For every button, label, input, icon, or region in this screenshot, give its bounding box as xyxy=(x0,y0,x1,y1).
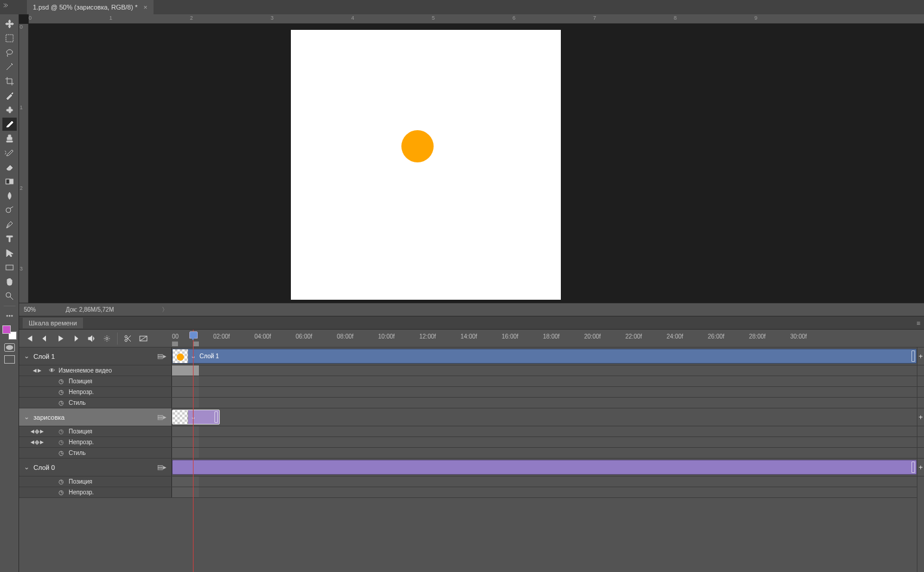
add-track-button[interactable]: + xyxy=(917,347,924,365)
property-header[interactable]: ◷Позиция xyxy=(19,376,172,386)
next-kf-icon[interactable]: ▶ xyxy=(40,439,44,445)
add-kf-icon[interactable] xyxy=(35,429,39,433)
path-select-tool-icon[interactable] xyxy=(2,247,17,260)
edit-toolbar-icon[interactable] xyxy=(2,309,17,322)
prev-kf-icon[interactable]: ◀ xyxy=(30,439,34,445)
next-frame-button[interactable] xyxy=(68,332,84,345)
dodge-tool-icon[interactable] xyxy=(2,204,17,217)
stopwatch-icon[interactable]: ◷ xyxy=(59,450,64,456)
add-track-button[interactable]: + xyxy=(917,459,924,476)
property-track[interactable] xyxy=(172,426,917,436)
property-track[interactable] xyxy=(172,437,917,447)
panel-expand-chevron[interactable] xyxy=(2,2,8,8)
magic-wand-tool-icon[interactable] xyxy=(2,60,17,73)
crop-tool-icon[interactable] xyxy=(2,75,17,88)
lasso-tool-icon[interactable] xyxy=(2,46,17,59)
clip-end-handle[interactable] xyxy=(911,350,915,362)
stopwatch-icon[interactable]: ◷ xyxy=(59,489,64,496)
video-clip[interactable]: ⌄ Слой 1 xyxy=(172,349,917,364)
keyframe-nav[interactable]: ◀▶ xyxy=(25,368,49,373)
stamp-tool-icon[interactable] xyxy=(2,132,17,145)
status-arrow-icon[interactable]: 〉 xyxy=(162,306,168,314)
stopwatch-icon[interactable]: ◷ xyxy=(59,378,64,385)
property-header[interactable]: ◀▶ ◷Позиция xyxy=(19,426,172,436)
property-track[interactable] xyxy=(172,387,917,397)
video-clip[interactable] xyxy=(172,460,917,475)
type-tool-icon[interactable] xyxy=(2,232,17,245)
chevron-down-icon[interactable]: ⌄ xyxy=(24,463,31,471)
split-clip-button[interactable] xyxy=(120,332,136,345)
playhead[interactable] xyxy=(193,330,194,572)
layer-header[interactable]: ⌄ Слой 0 ▤▸ xyxy=(19,459,172,476)
property-header[interactable]: ◷Непрозр. xyxy=(19,387,172,397)
property-track[interactable] xyxy=(172,365,917,376)
eyedropper-tool-icon[interactable] xyxy=(2,89,17,102)
transition-button[interactable] xyxy=(136,332,151,345)
horizontal-ruler[interactable]: 0 1 2 3 4 5 6 7 8 9 xyxy=(29,14,924,24)
keyframe-nav[interactable]: ◀▶ xyxy=(25,429,49,434)
property-track[interactable] xyxy=(172,476,917,487)
timeline-menu-icon[interactable]: ≡ xyxy=(917,319,920,327)
visibility-icon[interactable]: 👁 xyxy=(49,367,55,374)
property-header[interactable]: ◷Непрозр. xyxy=(19,487,172,497)
timeline-layer-row[interactable]: ⌄ Слой 1 ▤▸ ⌄ Слой 1 xyxy=(19,347,924,365)
rectangle-tool-icon[interactable] xyxy=(2,261,17,274)
stopwatch-icon[interactable]: ◷ xyxy=(59,389,64,395)
document-size-info[interactable]: Док: 2,86M/5,72M xyxy=(66,306,114,313)
property-header[interactable]: ◷Позиция xyxy=(19,476,172,487)
prev-kf-icon[interactable]: ◀ xyxy=(30,429,34,434)
hand-tool-icon[interactable] xyxy=(2,275,17,288)
layer-header[interactable]: ⌄ зарисовка ▤▸ xyxy=(19,408,172,426)
clip-end-handle[interactable] xyxy=(911,462,915,473)
history-brush-tool-icon[interactable] xyxy=(2,146,17,159)
timeline-layer-row[interactable]: ⌄ Слой 0 ▤▸ xyxy=(19,459,924,476)
stopwatch-icon[interactable]: ◷ xyxy=(59,428,64,435)
property-header[interactable]: ◷Стиль xyxy=(19,398,172,408)
property-header[interactable]: ◀▶ ◷Непрозр. xyxy=(19,437,172,447)
filmstrip-icon[interactable]: ▤▸ xyxy=(157,352,167,360)
eraser-tool-icon[interactable] xyxy=(2,161,17,174)
vertical-ruler[interactable]: 0 1 2 3 xyxy=(19,24,29,303)
filmstrip-icon[interactable]: ▤▸ xyxy=(157,463,167,471)
move-tool-icon[interactable] xyxy=(2,17,17,30)
next-kf-icon[interactable]: ▶ xyxy=(38,368,41,373)
play-button[interactable] xyxy=(53,332,68,345)
property-track[interactable] xyxy=(172,376,917,386)
timeline-tab[interactable]: Шкала времени xyxy=(23,318,83,328)
zoom-level[interactable]: 50% xyxy=(24,306,60,313)
layer-header[interactable]: ⌄ Слой 1 ▤▸ xyxy=(19,347,172,365)
marquee-tool-icon[interactable] xyxy=(2,32,17,45)
quick-mask-toggle-icon[interactable] xyxy=(4,343,15,352)
video-clip[interactable]: ⌄ xyxy=(172,410,220,425)
track-body[interactable]: ⌄ Слой 1 xyxy=(172,347,917,365)
property-track[interactable] xyxy=(172,398,917,408)
track-body[interactable]: ⌄ xyxy=(172,408,917,426)
go-to-start-button[interactable] xyxy=(22,332,37,345)
timeline-layer-row[interactable]: ⌄ зарисовка ▤▸ ⌄ xyxy=(19,408,924,426)
document-canvas[interactable] xyxy=(291,30,561,300)
prev-kf-icon[interactable]: ◀ xyxy=(33,368,36,373)
pen-tool-icon[interactable] xyxy=(2,218,17,231)
gradient-tool-icon[interactable] xyxy=(2,175,17,188)
stopwatch-icon[interactable]: ◷ xyxy=(59,399,64,406)
zoom-tool-icon[interactable] xyxy=(2,290,17,303)
blur-tool-icon[interactable] xyxy=(2,189,17,202)
property-header[interactable]: ◀▶ 👁 Изменяемое видео xyxy=(19,365,172,376)
stopwatch-icon[interactable]: ◷ xyxy=(59,439,64,445)
timeline-settings-button[interactable] xyxy=(99,332,115,345)
chevron-down-icon[interactable]: ⌄ xyxy=(24,352,31,360)
add-kf-icon[interactable] xyxy=(35,439,39,444)
keyframe-nav[interactable]: ◀▶ xyxy=(25,439,49,445)
property-track[interactable] xyxy=(172,487,917,497)
document-tab[interactable]: 1.psd @ 50% (зарисовка, RGB/8) * × xyxy=(27,0,154,14)
close-icon[interactable]: × xyxy=(143,4,147,11)
filmstrip-icon[interactable]: ▤▸ xyxy=(157,413,167,421)
screen-mode-toggle-icon[interactable] xyxy=(4,355,15,364)
color-swatches[interactable] xyxy=(2,325,17,340)
chevron-down-icon[interactable]: ⌄ xyxy=(24,413,31,421)
clip-end-handle[interactable] xyxy=(214,411,218,423)
track-body[interactable] xyxy=(172,459,917,476)
prev-frame-button[interactable] xyxy=(37,332,53,345)
property-header[interactable]: ◷Стиль xyxy=(19,448,172,458)
stopwatch-icon[interactable]: ◷ xyxy=(59,478,64,485)
